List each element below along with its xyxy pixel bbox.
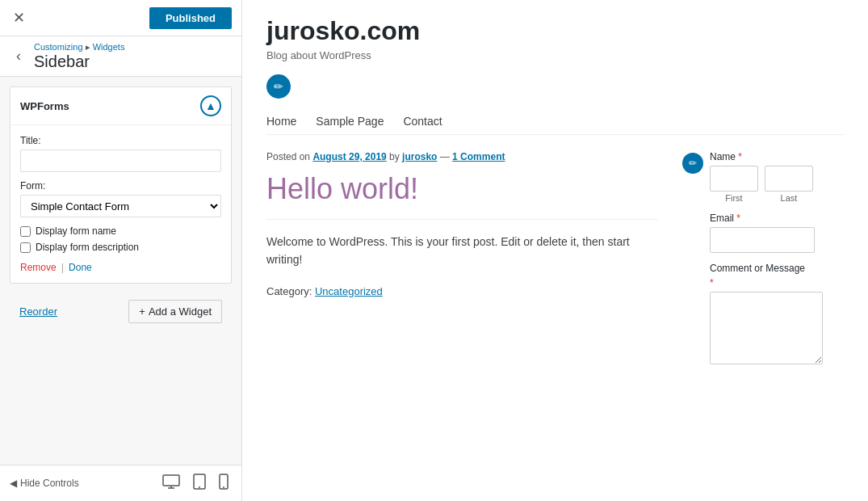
name-required-star: * (738, 151, 742, 162)
add-widget-label: Add a Widget (149, 305, 212, 318)
display-form-description-checkbox[interactable] (20, 242, 31, 253)
post-author[interactable]: jurosko (402, 151, 437, 162)
name-label-text: Name (710, 151, 736, 162)
display-form-name-checkbox[interactable] (20, 226, 31, 237)
widget-area: WPForms ▲ Title: Form: Simple Contact Fo… (0, 77, 241, 465)
svg-point-6 (223, 486, 224, 488)
display-form-name-group: Display form name (20, 225, 221, 237)
top-bar: ✕ Published (0, 0, 241, 36)
breadcrumb-customizing[interactable]: Customizing (34, 42, 83, 52)
hide-controls-label: Hide Controls (20, 478, 79, 489)
desktop-icon-button[interactable] (159, 471, 183, 496)
first-name-wrap: First (710, 166, 758, 203)
post-comments[interactable]: 1 Comment (452, 151, 505, 162)
sidebar-content: ✏ Name * First (682, 151, 844, 377)
main-content: Posted on August 29, 2019 by jurosko — 1… (266, 151, 658, 377)
name-form-group: Name * First Last (710, 151, 844, 203)
content-area: Posted on August 29, 2019 by jurosko — 1… (266, 151, 844, 377)
email-field-label: Email * (710, 213, 844, 224)
display-form-name-label[interactable]: Display form name (20, 225, 221, 237)
post-divider (266, 219, 658, 220)
last-label: Last (781, 193, 798, 203)
post-title: Hello world! (266, 172, 658, 206)
nav-sample-page[interactable]: Sample Page (316, 115, 384, 128)
last-name-wrap: Last (765, 166, 813, 203)
form-field: Form: Simple Contact Form (20, 180, 221, 217)
category-link[interactable]: Uncategorized (315, 285, 383, 297)
comment-field-label: Comment or Message (710, 263, 844, 274)
email-required-star: * (736, 213, 740, 224)
widget-actions: Remove | Done (20, 261, 221, 273)
wpforms-widget: WPForms ▲ Title: Form: Simple Contact Fo… (10, 86, 232, 284)
svg-point-4 (199, 486, 200, 488)
comment-label-text: Comment or Message (710, 263, 805, 274)
form-container: Name * First Last (710, 151, 844, 377)
site-tagline: Blog about WordPress (266, 49, 844, 61)
customizer-panel: ✕ Published ‹ Customizing ▸ Widgets Side… (0, 0, 242, 501)
site-title: jurosko.com (266, 16, 844, 46)
comment-required-star: * (710, 277, 844, 288)
widget-toggle-button[interactable]: ▲ (200, 95, 221, 116)
site-header: jurosko.com Blog about WordPress (266, 16, 844, 61)
widget-header: WPForms ▲ (10, 87, 231, 125)
widget-name: WPForms (20, 100, 69, 112)
mobile-icon-button[interactable] (216, 470, 232, 497)
nav-menu: Home Sample Page Contact (266, 108, 844, 135)
add-widget-icon: + (139, 305, 145, 318)
posted-on-label: Posted on (266, 151, 312, 162)
done-link[interactable]: Done (69, 262, 92, 273)
first-label: First (725, 193, 742, 203)
post-category: Category: Uncategorized (266, 285, 658, 297)
widget-body: Title: Form: Simple Contact Form Display… (10, 125, 231, 283)
sidebar-edit-pencil[interactable]: ✏ (682, 153, 703, 174)
post-meta: Posted on August 29, 2019 by jurosko — 1… (266, 151, 658, 162)
header-edit-pencil[interactable]: ✏ (266, 74, 291, 99)
nav-contact[interactable]: Contact (403, 115, 442, 128)
comment-form-group: Comment or Message * (710, 263, 844, 367)
nav-title: Sidebar (34, 53, 124, 71)
reorder-button[interactable]: Reorder (19, 305, 57, 318)
category-label: Category: (266, 285, 315, 297)
hide-controls-button[interactable]: ◀ Hide Controls (10, 478, 79, 489)
by-label: by (387, 151, 402, 162)
email-label-text: Email (710, 213, 734, 224)
form-select[interactable]: Simple Contact Form (20, 195, 221, 217)
title-input[interactable] (20, 149, 221, 172)
tablet-icon-button[interactable] (190, 470, 209, 497)
preview-inner: jurosko.com Blog about WordPress ✏ Home … (242, 0, 868, 393)
name-field-label: Name * (710, 151, 844, 162)
last-name-input[interactable] (765, 166, 813, 192)
nav-home[interactable]: Home (266, 115, 296, 128)
close-button[interactable]: ✕ (10, 7, 28, 28)
post-date[interactable]: August 29, 2019 (312, 151, 386, 162)
post-body: Welcome to WordPress. This is your first… (266, 233, 658, 269)
name-fields: First Last (710, 166, 844, 203)
meta-separator: — (437, 151, 452, 162)
display-form-name-text: Display form name (36, 225, 116, 237)
nav-info: Customizing ▸ Widgets Sidebar (34, 42, 124, 71)
display-form-description-label[interactable]: Display form description (20, 242, 221, 253)
title-label: Title: (20, 135, 221, 146)
display-form-description-group: Display form description (20, 242, 221, 253)
email-input[interactable] (710, 227, 815, 253)
separator: | (61, 261, 64, 273)
back-button[interactable]: ‹ (13, 44, 24, 68)
hide-controls-icon: ◀ (10, 478, 17, 489)
title-field: Title: (20, 135, 221, 172)
comment-textarea[interactable] (710, 292, 823, 364)
nav-bar: ‹ Customizing ▸ Widgets Sidebar (0, 36, 241, 77)
bottom-actions: Reorder + Add a Widget (10, 292, 232, 331)
add-widget-button[interactable]: + Add a Widget (128, 300, 222, 323)
remove-link[interactable]: Remove (20, 262, 57, 273)
breadcrumb-widgets[interactable]: Widgets (93, 42, 125, 52)
email-form-group: Email * (710, 213, 844, 253)
preview-panel: jurosko.com Blog about WordPress ✏ Home … (242, 0, 868, 501)
display-form-description-text: Display form description (36, 242, 139, 253)
form-label: Form: (20, 180, 221, 192)
panel-footer: ◀ Hide Controls (0, 465, 241, 501)
first-name-input[interactable] (710, 166, 758, 192)
breadcrumb: Customizing ▸ Widgets (34, 42, 124, 53)
publish-button[interactable]: Published (149, 7, 232, 29)
svg-rect-0 (163, 475, 179, 486)
device-icons (159, 470, 232, 497)
